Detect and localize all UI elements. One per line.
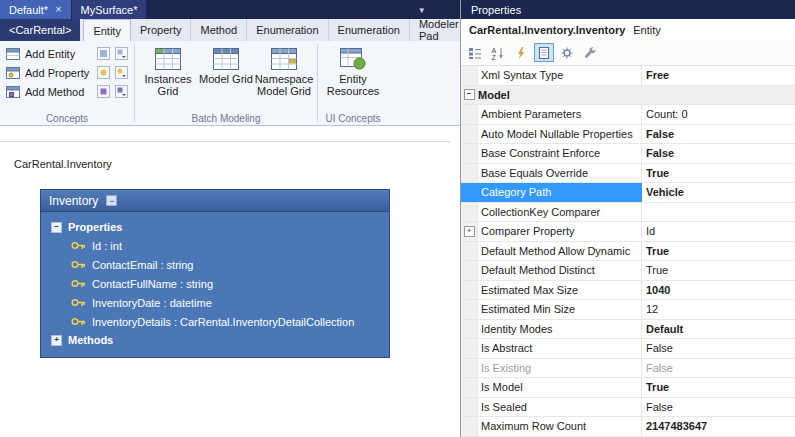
add-property-button[interactable]: Add Property [4,63,130,82]
property-value[interactable] [642,203,795,222]
backstage-button[interactable]: <CarRental> [0,19,80,41]
property-value[interactable]: 2147483647 [642,417,795,436]
property-value[interactable]: Vehicle [642,183,795,202]
collapse-icon[interactable]: − [51,222,62,233]
property-value[interactable]: True [642,242,795,261]
categorized-icon[interactable] [465,43,485,62]
design-surface[interactable]: CarRental.Inventory Inventory − − Proper… [0,126,460,437]
expand-icon[interactable]: + [464,226,475,237]
property-row[interactable]: Is Sealed False [461,398,795,418]
entity-property-row[interactable]: ContactEmail : string [41,255,389,274]
namespace-model-grid-button[interactable]: Namespace Model Grid [255,44,313,97]
new-entity-dropdown-icon[interactable] [115,47,128,60]
property-name[interactable]: Ambient Parameters [478,105,642,124]
property-value[interactable]: False [642,144,795,163]
collapse-icon[interactable]: − [106,195,117,206]
property-row[interactable]: Is Abstract False [461,339,795,359]
property-row[interactable]: Is Model True [461,378,795,398]
instances-grid-button[interactable]: Instances Grid [139,44,197,97]
close-icon[interactable]: × [55,4,61,15]
new-entity-variant-icon[interactable] [97,47,110,60]
property-row[interactable]: Default Method Allow Dynamic True [461,242,795,262]
ribbon-tab-enumeration-1[interactable]: Enumeration [247,19,328,41]
property-name[interactable]: Is Abstract [478,339,642,358]
property-value[interactable]: False [642,339,795,358]
property-name[interactable]: Base Constraint Enforce [478,144,642,163]
property-name[interactable]: CollectionKey Comparer [478,203,642,222]
property-name[interactable]: Identity Modes [478,320,642,339]
lightning-icon[interactable] [511,43,531,62]
entity-shape-inventory[interactable]: Inventory − − Properties Id : int Contac… [40,189,390,358]
collapse-icon[interactable]: − [464,89,475,100]
property-name[interactable]: Base Equals Override [478,164,642,183]
tab-mysurface[interactable]: MySurface* [72,0,147,19]
property-name[interactable]: Maximum Row Count [478,417,642,436]
property-name[interactable]: Estimated Min Size [478,300,642,319]
ribbon-tab-entity[interactable]: Entity [83,19,131,41]
property-value[interactable]: 12 [642,300,795,319]
property-value[interactable]: False [642,125,795,144]
entity-property-row[interactable]: InventoryDetails : CarRental.InventoryDe… [41,312,389,331]
category-row-model[interactable]: − Model [461,86,795,106]
ribbon-tab-method[interactable]: Method [191,19,247,41]
entity-properties-section[interactable]: − Properties [41,218,389,236]
property-value[interactable]: True [642,261,795,280]
settings-icon[interactable] [557,43,577,62]
surface-title: CarRental.Inventory [14,158,112,170]
property-name[interactable]: Default Method Distinct [478,261,642,280]
property-name[interactable]: Category Path [478,183,642,202]
property-value[interactable]: Free [642,66,795,85]
property-row-selected[interactable]: Category Path Vehicle [461,183,795,203]
property-row[interactable]: Estimated Min Size 12 [461,300,795,320]
svg-text:Z: Z [492,53,497,60]
property-value[interactable]: True [642,164,795,183]
property-name[interactable]: Default Method Allow Dynamic [478,242,642,261]
property-value[interactable]: Default [642,320,795,339]
property-row[interactable]: Identity Modes Default [461,320,795,340]
add-entity-button[interactable]: Add Entity [4,44,130,63]
entity-header[interactable]: Inventory − [41,190,389,212]
property-row[interactable]: Default Method Distinct True [461,261,795,281]
ribbon-tab-enumeration-2[interactable]: Enumeration [329,19,410,41]
property-row[interactable]: Xml Syntax Type Free [461,66,795,86]
property-name[interactable]: Comparer Property [478,222,642,241]
expand-icon[interactable]: + [51,335,62,346]
entity-property-row[interactable]: ContactFullName : string [41,274,389,293]
new-method-dropdown-icon[interactable] [115,85,128,98]
property-row[interactable]: Auto Model Nullable Properties False [461,125,795,145]
property-name[interactable]: Xml Syntax Type [478,66,642,85]
property-value[interactable]: 1040 [642,281,795,300]
property-value[interactable]: False [642,398,795,417]
entity-resources-button[interactable]: Entity Resources [322,44,384,97]
entity-property-row[interactable]: Id : int [41,236,389,255]
property-name[interactable]: Auto Model Nullable Properties [478,125,642,144]
tab-default[interactable]: Default* × [0,0,71,19]
property-row[interactable]: Ambient Parameters Count: 0 [461,105,795,125]
property-value[interactable]: True [642,378,795,397]
property-value[interactable]: Count: 0 [642,105,795,124]
property-row[interactable]: + Comparer Property Id [461,222,795,242]
ribbon-tab-property[interactable]: Property [131,19,192,41]
new-property-dropdown-icon[interactable] [115,66,128,79]
entity-property-row[interactable]: InventoryDate : datetime [41,293,389,312]
property-row[interactable]: Base Constraint Enforce False [461,144,795,164]
property-name[interactable]: Estimated Max Size [478,281,642,300]
property-name[interactable]: Is Sealed [478,398,642,417]
model-grid-button[interactable]: Model Grid [197,44,255,97]
row-gutter [461,281,478,300]
entity-methods-section[interactable]: + Methods [41,331,389,349]
property-pages-icon[interactable] [534,43,554,62]
property-row[interactable]: CollectionKey Comparer [461,203,795,223]
property-row[interactable]: Base Equals Override True [461,164,795,184]
add-method-button[interactable]: Add Method [4,82,130,101]
new-method-variant-icon[interactable] [97,85,110,98]
wrench-icon[interactable] [580,43,600,62]
new-property-variant-icon[interactable] [97,66,110,79]
sort-alphabetical-icon[interactable]: AZ [488,43,508,62]
chevron-down-icon[interactable]: ▾ [419,5,424,15]
property-row[interactable]: Maximum Row Count 2147483647 [461,417,795,437]
property-name[interactable]: Is Model [478,378,642,397]
property-row[interactable]: Estimated Max Size 1040 [461,281,795,301]
property-value[interactable]: Id [642,222,795,241]
key-icon [71,279,86,288]
